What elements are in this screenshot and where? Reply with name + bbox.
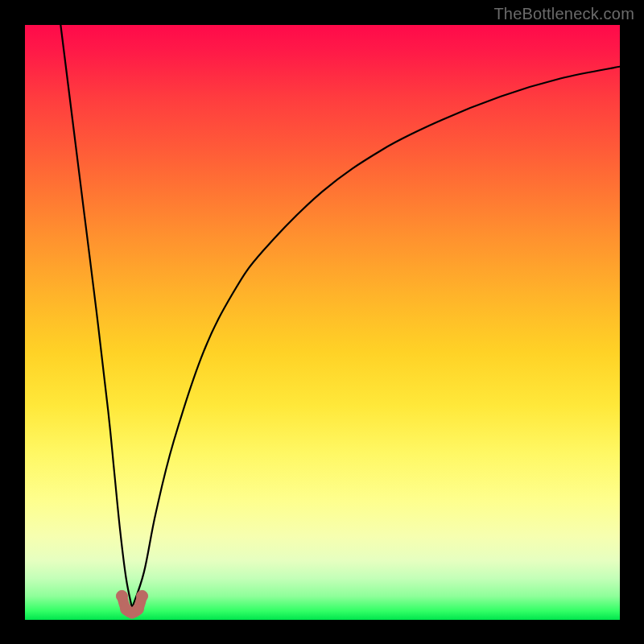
optimal-marker-dot — [116, 590, 127, 601]
watermark-text: TheBottleneck.com — [493, 5, 634, 23]
curve-right-branch — [132, 67, 620, 608]
optimal-marker-dot — [132, 604, 143, 615]
plot-area — [25, 25, 620, 620]
curve-layer — [25, 25, 620, 620]
chart-frame: TheBottleneck.com — [0, 0, 644, 644]
bottleneck-curve — [60, 25, 620, 608]
optimal-marker-dot — [137, 590, 148, 601]
curve-left-branch — [60, 25, 132, 608]
